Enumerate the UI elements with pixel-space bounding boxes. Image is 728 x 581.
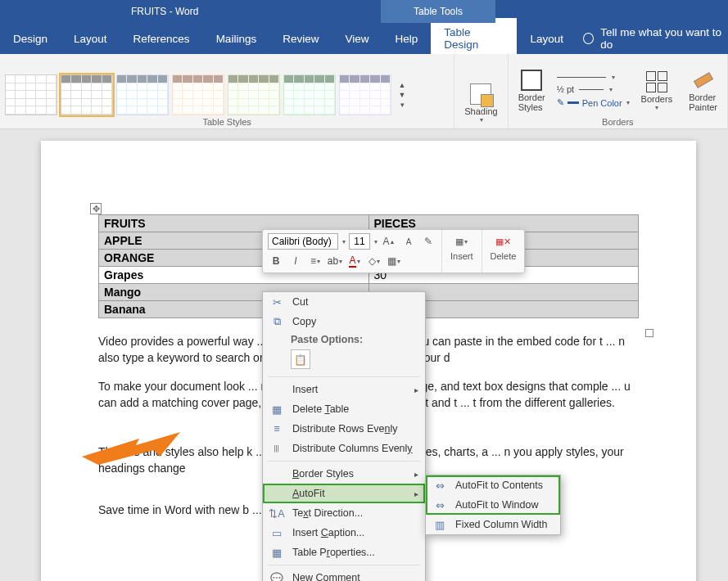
menu-new-comment[interactable]: 💬New Comment [263, 568, 425, 581]
menu-border-styles[interactable]: Border Styles▸ [263, 464, 425, 484]
paste-options-label: Paste Options: [263, 331, 425, 348]
text-direction-icon: ⇅A [269, 507, 284, 520]
submenu-fixed-width[interactable]: ▥Fixed Column Width [426, 515, 560, 534]
group-label-table-styles: Table Styles [5, 117, 449, 127]
border-painter-label: Border Painter [689, 92, 717, 112]
delete-icon: ▦✕ [494, 233, 512, 250]
paste-options: 📋 [263, 348, 425, 374]
menu-delete-table[interactable]: ▦Delete Table [263, 399, 425, 419]
font-color-button[interactable]: A▾ [346, 253, 363, 269]
border-styles-label: Border Styles [518, 92, 545, 112]
borders-icon [646, 71, 667, 92]
submenu-autofit-window[interactable]: ⇔AutoFit to Window [426, 495, 560, 515]
border-painter-button[interactable]: Border Painter [684, 66, 722, 115]
autofit-contents-icon: ⇔ [432, 480, 447, 491]
tab-table-design[interactable]: Table Design [431, 18, 517, 59]
delete-split-button[interactable]: ▦✕ Delete [487, 233, 520, 261]
increase-font-icon[interactable]: A▲ [381, 233, 397, 250]
borders-label: Borders [641, 94, 673, 104]
menu-text-direction[interactable]: ⇅AText Direction... [263, 503, 425, 523]
delete-table-icon: ▦ [269, 403, 284, 416]
italic-button[interactable]: I [287, 253, 304, 269]
tab-view[interactable]: View [332, 25, 382, 53]
bold-button[interactable]: B [268, 253, 284, 269]
ribbon-tabs: Design Layout References Mailings Review… [0, 23, 728, 54]
ribbon: ▲▼▾ Table Styles Shading ▾ Border Styles… [0, 54, 728, 129]
mini-toolbar: ▾ ▾ A▲ A ✎ B I ≡▾ ab▾ A▾ ◇▾ ▦▾ ▦▾ Insert… [262, 229, 525, 273]
autofit-submenu: ⇔AutoFit to Contents ⇔AutoFit to Window … [425, 475, 561, 535]
insert-label: Insert [450, 251, 473, 261]
border-styles-icon [521, 70, 542, 91]
table-resize-handle[interactable] [645, 329, 653, 337]
autofit-window-icon: ⇔ [432, 499, 447, 511]
borders-mini-button[interactable]: ▦▾ [386, 253, 402, 269]
title-bar: FRUITS - Word Table Tools [0, 0, 728, 23]
menu-autofit[interactable]: AutoFit▸ [263, 484, 425, 503]
tab-layout[interactable]: Layout [61, 25, 120, 53]
table-style-thumb[interactable] [283, 74, 336, 115]
table-style-thumb[interactable] [116, 74, 169, 115]
pen-color-label: Pen Color [582, 98, 622, 108]
properties-icon: ▦ [269, 546, 284, 559]
insert-icon: ▦▾ [453, 233, 471, 250]
lightbulb-icon [583, 33, 594, 44]
tab-table-layout[interactable]: Layout [517, 25, 577, 53]
context-menu: ✂Cut ⧉Copy Paste Options: 📋 Insert▸ ▦Del… [262, 291, 426, 581]
tab-references[interactable]: References [120, 25, 203, 53]
pen-weight-dropdown[interactable]: ½ pt ▾ [557, 84, 630, 94]
distribute-rows-icon: ≡ [269, 422, 284, 435]
menu-copy[interactable]: ⧉Copy [263, 312, 425, 331]
table-style-thumb[interactable] [228, 74, 280, 115]
format-painter-icon[interactable]: ✎ [420, 233, 436, 250]
group-label-borders: Borders [602, 117, 634, 127]
tab-mailings[interactable]: Mailings [203, 25, 270, 53]
font-size-input[interactable] [349, 233, 370, 250]
font-family-input[interactable] [268, 233, 338, 250]
table-tools-contextual-tab: Table Tools [381, 0, 495, 23]
menu-insert-caption[interactable]: ▭Insert Caption... [263, 523, 425, 543]
delete-label: Delete [491, 251, 517, 261]
pen-style-dropdown[interactable]: ▾ [557, 74, 630, 81]
decrease-font-icon[interactable]: A [400, 233, 417, 250]
fixed-width-icon: ▥ [432, 519, 447, 530]
align-button[interactable]: ≡▾ [307, 253, 323, 269]
tell-me-label: Tell me what you want to do [600, 26, 728, 51]
document-title: FRUITS - Word [131, 6, 198, 17]
shading-label: Shading [464, 106, 497, 116]
table-styles-more[interactable]: ▲▼▾ [395, 74, 409, 115]
border-painter-icon [693, 70, 714, 91]
menu-distribute-cols[interactable]: ⫼Distribute Columns Evenly [263, 439, 425, 458]
submenu-autofit-contents[interactable]: ⇔AutoFit to Contents [426, 475, 560, 495]
copy-icon: ⧉ [269, 315, 284, 328]
table-style-thumb[interactable] [5, 74, 57, 115]
caption-icon: ▭ [269, 526, 284, 539]
menu-insert[interactable]: Insert▸ [263, 380, 425, 399]
tell-me-search[interactable]: Tell me what you want to do [583, 26, 728, 51]
menu-table-properties[interactable]: ▦Table Properties... [263, 543, 425, 562]
menu-distribute-rows[interactable]: ≡Distribute Rows Evenly [263, 419, 425, 439]
paste-option-button[interactable]: 📋 [291, 349, 310, 369]
table-style-thumb[interactable] [339, 74, 391, 115]
insert-split-button[interactable]: ▦▾ Insert [447, 233, 477, 261]
highlight-button[interactable]: ab▾ [327, 253, 343, 269]
table-style-thumb[interactable] [172, 74, 224, 115]
scissors-icon: ✂ [269, 295, 284, 309]
tab-design[interactable]: Design [0, 25, 61, 53]
pen-weight-label: ½ pt [557, 84, 574, 94]
shading-button[interactable]: Shading ▾ [459, 80, 502, 127]
table-styles-gallery[interactable]: ▲▼▾ [5, 70, 449, 115]
border-styles-button[interactable]: Border Styles [513, 66, 550, 115]
table-move-handle[interactable]: ✥ [90, 203, 102, 214]
table-style-thumb-selected[interactable] [61, 74, 113, 115]
menu-cut[interactable]: ✂Cut [263, 292, 425, 312]
tab-help[interactable]: Help [382, 25, 431, 53]
pen-color-dropdown[interactable]: ✎ Pen Color▾ [557, 97, 630, 108]
distribute-cols-icon: ⫼ [269, 442, 284, 455]
shading-icon [470, 83, 491, 105]
borders-button[interactable]: Borders ▾ [636, 66, 678, 115]
tab-review[interactable]: Review [269, 25, 332, 53]
comment-icon: 💬 [269, 571, 284, 581]
shading-mini-button[interactable]: ◇▾ [366, 253, 382, 269]
